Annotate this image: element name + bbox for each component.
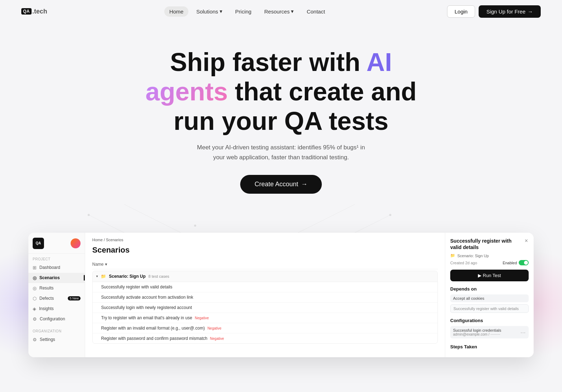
folder-icon: 📁 — [101, 274, 106, 279]
nav-home[interactable]: Home — [164, 6, 188, 17]
test-item-4[interactable]: Register with an invalid email format (e… — [93, 323, 437, 333]
nav-resources[interactable]: Resources ▾ — [259, 6, 299, 17]
sidebar-label-insights: Insights — [39, 306, 54, 311]
steps-taken-title: Steps Taken — [450, 344, 529, 349]
scenario-group: ▾ 📁 Scenario: Sign Up 8 test cases Succe… — [92, 271, 438, 344]
logo-qa: QA — [21, 8, 32, 15]
chevron-down-icon: ▾ — [220, 8, 222, 15]
sidebar-label-scenarios: Scenarios — [39, 275, 60, 280]
hero-heading: Ship faster with AI agents that create a… — [121, 48, 441, 136]
chevron-icon: ▾ — [96, 274, 98, 278]
svg-point-8 — [389, 214, 391, 216]
depends-on-input[interactable]: Successfully register with valid details — [450, 304, 529, 313]
close-button[interactable]: × — [524, 238, 529, 244]
logo: QA .tech — [21, 8, 47, 15]
config-creds: admin@example.com / ·········· — [453, 332, 501, 336]
sidebar-item-results[interactable]: ◎ Results — [28, 283, 85, 293]
create-account-button[interactable]: Create Account → — [240, 175, 321, 194]
logo-tech: .tech — [32, 8, 47, 15]
configuration-icon: ⚙ — [33, 316, 37, 322]
svg-point-5 — [194, 225, 196, 227]
sort-icon: ▾ — [105, 262, 107, 267]
app-main-content: Home / Scenarios Scenarios Name ▾ ▾ 📁 Sc… — [85, 233, 445, 357]
breadcrumb-current: Scenarios — [106, 238, 123, 242]
sidebar-label-defects: Defects — [39, 296, 54, 301]
insights-icon: ◈ — [33, 306, 36, 311]
chevron-down-icon2: ▾ — [291, 8, 294, 15]
sidebar-item-dashboard[interactable]: ⊞ Dashboard — [28, 263, 85, 273]
negative-badge-5: Negative — [210, 337, 224, 341]
test-item-3[interactable]: Try to register with an email that's alr… — [93, 313, 437, 323]
enabled-badge: Enabled — [503, 260, 529, 265]
hero-section: Ship faster with AI agents that create a… — [0, 23, 562, 208]
negative-badge-3: Negative — [195, 316, 209, 320]
hero-ai: AI — [367, 48, 392, 76]
sidebar-top: QA — [28, 238, 85, 254]
defects-icon: ⬡ — [33, 296, 37, 301]
sidebar-label-configuration: Configuration — [40, 316, 65, 321]
enabled-toggle[interactable] — [519, 260, 529, 265]
scenario-count: 8 test cases — [148, 274, 169, 278]
sidebar-item-scenarios[interactable]: ◎ Scenarios — [28, 273, 85, 283]
app-window: QA Project ⊞ Dashboard ◎ Scenarios ◎ Res… — [28, 233, 534, 357]
detail-scenario-label: 📁 Scenario: Sign Up — [450, 253, 529, 258]
test-item-2[interactable]: Successfully login with newly registered… — [93, 303, 437, 313]
active-indicator — [84, 275, 85, 281]
hero-subtitle: Meet your AI-driven testing assistant: i… — [192, 143, 370, 162]
config-name: Successful login credentials — [453, 328, 501, 332]
more-options-icon[interactable]: ··· — [520, 330, 526, 335]
nav-pricing[interactable]: Pricing — [230, 6, 257, 17]
detail-panel: Successfully register with valid details… — [445, 233, 534, 357]
breadcrumb: Home / Scenarios — [92, 238, 438, 242]
sidebar-item-settings[interactable]: ⚙ Settings — [28, 335, 85, 345]
user-avatar — [71, 238, 81, 248]
folder-icon-detail: 📁 — [450, 253, 455, 258]
scenario-group-header[interactable]: ▾ 📁 Scenario: Sign Up 8 test cases — [93, 271, 437, 282]
config-info: Successful login credentials admin@examp… — [453, 328, 501, 336]
hero-line2-rest: that create and — [228, 77, 417, 106]
signup-label: Sign Up for Free — [486, 9, 525, 15]
scenario-name: Scenario: Sign Up — [109, 274, 145, 279]
sidebar-item-defects[interactable]: ⬡ Defects 5 New — [28, 293, 85, 304]
nav-solutions[interactable]: Solutions ▾ — [191, 6, 227, 17]
negative-badge-4: Negative — [208, 326, 221, 330]
page-title: Scenarios — [92, 245, 438, 255]
config-row[interactable]: Successful login credentials admin@examp… — [450, 326, 529, 338]
scenarios-icon: ◎ — [33, 275, 37, 281]
sidebar-label-dashboard: Dashboard — [39, 265, 60, 270]
nav-contact[interactable]: Contact — [302, 6, 330, 17]
detail-title: Successfully register with valid details — [450, 238, 524, 250]
test-item-0[interactable]: Successfully register with valid details — [93, 282, 437, 292]
sidebar-item-insights[interactable]: ◈ Insights — [28, 304, 85, 314]
project-section-label: Project — [28, 254, 85, 263]
cta-label: Create Account — [254, 181, 298, 188]
nav-actions: Login Sign Up for Free → — [447, 5, 541, 18]
run-test-button[interactable]: ▶ Run Test — [450, 270, 529, 281]
app-preview-section: QA Project ⊞ Dashboard ◎ Scenarios ◎ Res… — [0, 219, 562, 357]
breadcrumb-home[interactable]: Home — [92, 238, 103, 242]
defects-badge: 5 New — [68, 296, 81, 300]
name-column-header[interactable]: Name ▾ — [92, 262, 107, 267]
table-header: Name ▾ — [92, 260, 438, 269]
nav-links: Home Solutions ▾ Pricing Resources ▾ Con… — [164, 6, 330, 17]
app-sidebar: QA Project ⊞ Dashboard ◎ Scenarios ◎ Res… — [28, 233, 85, 357]
hero-agents: agents — [145, 77, 228, 106]
login-button[interactable]: Login — [447, 5, 475, 18]
org-section-label: Organization — [28, 324, 85, 335]
cta-arrow-icon: → — [301, 181, 308, 188]
detail-header: Successfully register with valid details… — [450, 238, 529, 250]
dashboard-icon: ⊞ — [33, 265, 37, 270]
sidebar-label-settings: Settings — [40, 337, 55, 342]
configurations-title: Configurations — [450, 318, 529, 323]
test-item-5[interactable]: Register with password and confirm passw… — [93, 333, 437, 343]
results-icon: ◎ — [33, 286, 37, 291]
arrow-icon: → — [528, 9, 533, 15]
depends-on-chip[interactable]: Accept all cookies — [450, 294, 529, 302]
svg-point-6 — [88, 214, 90, 216]
signup-button[interactable]: Sign Up for Free → — [479, 5, 541, 18]
depends-on-title: Depends on — [450, 286, 529, 292]
settings-icon: ⚙ — [33, 337, 37, 342]
created-date: Created 2d ago — [450, 261, 477, 265]
test-item-1[interactable]: Successfully activate account from activ… — [93, 292, 437, 303]
sidebar-item-configuration[interactable]: ⚙ Configuration — [28, 314, 85, 324]
